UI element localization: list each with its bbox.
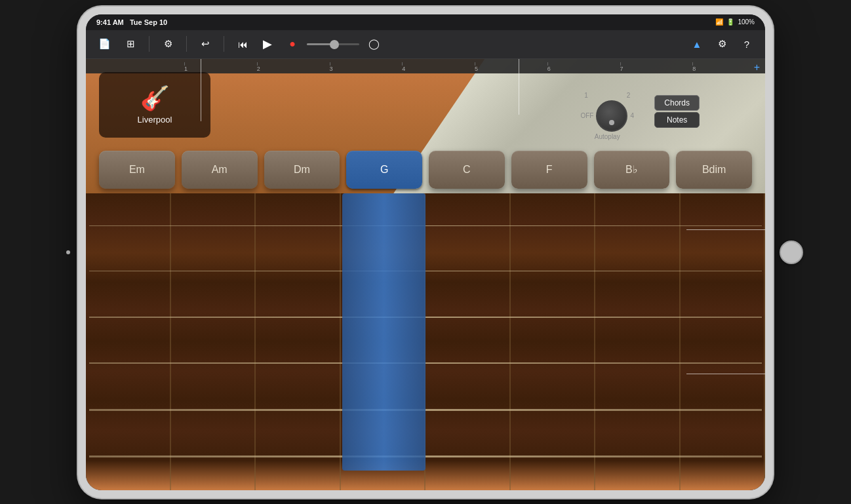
undo-button[interactable]: ↩ — [195, 33, 216, 54]
chord-btn-dm[interactable]: Dm — [264, 151, 340, 189]
knob-top-numbers: 1 2 — [584, 92, 630, 99]
toolbar-separator-2 — [186, 36, 187, 52]
chord-btn-bb[interactable]: B♭ — [594, 151, 670, 189]
new-song-button[interactable]: 📄 — [94, 33, 115, 54]
rewind-button[interactable]: ⏮ — [232, 33, 253, 54]
toolbar-right: ▲ ⚙ ? — [686, 33, 757, 54]
status-right: 📶 🔋 100% — [715, 18, 755, 26]
status-bar: 9:41 AM Tue Sep 10 📶 🔋 100% — [86, 14, 765, 30]
autoplay-area: 1 2 OFF 4 Autoplay — [580, 92, 634, 140]
chord-btn-em[interactable]: Em — [99, 151, 175, 189]
add-track-button[interactable]: + — [754, 62, 760, 73]
chord-btn-f[interactable]: F — [511, 151, 587, 189]
chord-btn-g[interactable]: G — [346, 151, 422, 189]
knob-num-2: 2 — [627, 92, 631, 99]
ruler-mark-2: 2 — [257, 66, 330, 72]
ruler-mark-5: 5 — [475, 66, 547, 72]
ruler-mark-1: 1 — [184, 66, 257, 72]
knob-num-1: 1 — [584, 92, 588, 99]
chord-btn-am[interactable]: Am — [182, 151, 258, 189]
string-2 — [89, 271, 762, 271]
toolbar-separator-3 — [224, 36, 224, 52]
song-box[interactable]: 🎸 Liverpool — [99, 72, 210, 138]
slider-thumb — [330, 40, 339, 49]
transport-controls: ⏮ ▶ ● ◯ — [232, 33, 384, 54]
knob-dot — [609, 120, 614, 125]
side-button — [66, 250, 70, 254]
tracks-button[interactable]: ⊞ — [120, 33, 141, 54]
autoplay-label: Autoplay — [595, 133, 620, 140]
strings — [86, 193, 765, 490]
volume-slider[interactable] — [307, 43, 359, 45]
ruler-mark-6: 6 — [547, 66, 620, 72]
song-name: Liverpool — [138, 115, 172, 125]
home-button[interactable] — [780, 241, 803, 264]
knob-off-label: OFF — [580, 112, 593, 119]
status-time: 9:41 AM Tue Sep 10 — [96, 18, 167, 26]
mixer-button[interactable]: ⚙ — [157, 33, 178, 54]
mode-toggle: Chords Notes — [654, 95, 700, 128]
chords-mode-button[interactable]: Chords — [654, 95, 700, 111]
chord-btn-c[interactable]: C — [429, 151, 505, 189]
help-button[interactable]: ? — [736, 33, 757, 54]
ruler-mark-4: 4 — [402, 66, 475, 72]
ruler-mark-3: 3 — [330, 66, 403, 72]
ruler-mark-7: 7 — [620, 66, 693, 72]
master-volume-icon[interactable]: ◯ — [363, 33, 384, 54]
ruler: 1 2 3 4 5 6 7 8 + — [86, 59, 765, 73]
main-content: 1 2 3 4 5 6 7 8 + 🎸 Liverpool 1 — [86, 59, 765, 490]
knob-num-4: 4 — [630, 112, 634, 119]
record-button[interactable]: ● — [282, 33, 303, 54]
slider-fill — [307, 43, 333, 45]
fretboard[interactable] — [86, 193, 765, 490]
string-5 — [89, 409, 762, 411]
battery-icon: 🔋 — [726, 18, 734, 26]
toolbar-separator-1 — [149, 36, 149, 52]
string-1 — [89, 225, 762, 226]
chord-bar-g — [342, 193, 426, 471]
play-button[interactable]: ▶ — [257, 33, 278, 54]
string-4 — [89, 362, 762, 364]
string-3 — [89, 317, 762, 318]
toolbar: 📄 ⊞ ⚙ ↩ ⏮ ▶ ● ◯ ▲ ⚙ — [86, 30, 765, 59]
battery-percentage: 100% — [738, 18, 755, 26]
autoplay-knob[interactable] — [596, 100, 627, 132]
knob-middle-row: OFF 4 — [580, 100, 634, 132]
string-6 — [89, 456, 762, 457]
ipad-screen: 9:41 AM Tue Sep 10 📶 🔋 100% 📄 ⊞ ⚙ ↩ ⏮ ▶ … — [86, 14, 765, 490]
wifi-icon: 📶 — [715, 18, 723, 26]
guitar-icon: 🎸 — [140, 85, 170, 112]
slider-track — [307, 43, 359, 45]
ipad-frame: 9:41 AM Tue Sep 10 📶 🔋 100% 📄 ⊞ ⚙ ↩ ⏮ ▶ … — [78, 7, 773, 498]
settings-button[interactable]: ⚙ — [711, 33, 732, 54]
chord-btn-bdim[interactable]: Bdim — [676, 151, 752, 189]
notes-mode-button[interactable]: Notes — [654, 112, 700, 128]
chord-buttons: Em Am Dm G C F B♭ Bdim — [92, 151, 759, 189]
metronome-button[interactable]: ▲ — [686, 33, 707, 54]
